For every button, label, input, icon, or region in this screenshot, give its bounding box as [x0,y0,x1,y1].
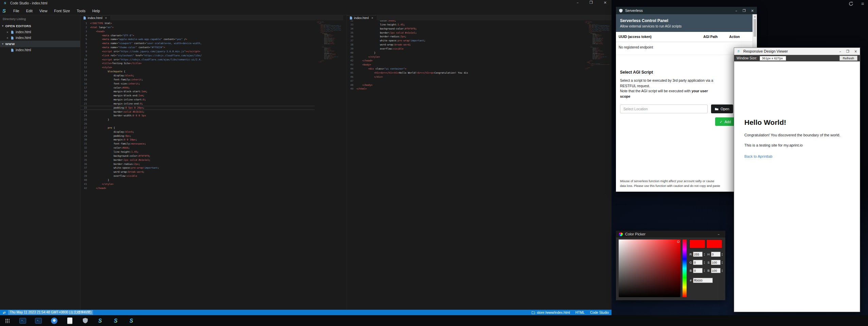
code-line[interactable]: 37 white-space:pre-wrap!important; [81,166,315,170]
code-line[interactable]: 3 <head> [81,30,315,34]
maximize-button[interactable]: ❐ [589,0,593,5]
minimize-button[interactable]: – [736,9,737,13]
sidebar-section-open-editors[interactable]: ▾OPEN EDITORS [0,23,80,29]
code-line[interactable]: 27 pre { [81,126,315,130]
status-filepath[interactable]: store:/www/index.html [532,311,570,314]
code-line[interactable]: 6 <meta name="viewport" content="user-sc… [81,41,315,45]
code-line[interactable]: 22 padding:0 5px 0 20px; [81,106,315,110]
code-line[interactable]: 34 background-color:#f9f9f9; [347,27,583,31]
close-icon[interactable]: × [6,31,9,34]
minimize-button[interactable]: – [577,0,579,5]
tab-close-icon[interactable]: × [105,16,107,20]
code-line[interactable]: 14 display:block; [81,74,315,78]
viewer-titlebar[interactable]: S Responsive Design Viewer – ❐ × [734,48,860,55]
stepper-icons[interactable]: ▲▼ [722,261,723,264]
code-line[interactable]: 13 blockquote { [81,70,315,74]
stepper-icons[interactable]: ▲▼ [722,253,723,256]
code-line[interactable]: 26 [81,122,315,126]
code-line[interactable]: 11 <title>Testing Site</title> [81,61,315,65]
code-line[interactable]: 43 <body> [347,63,583,67]
menu-icon[interactable]: ≡ [860,1,865,6]
code-line[interactable]: 36 border-radius:2px; [81,162,315,166]
serverless-titlebar[interactable]: Serverless – ❐ × [616,7,757,14]
sidebar-section-www[interactable]: ▾WWW [0,41,80,47]
taskbar-icon-shield[interactable] [82,317,89,324]
color-cursor[interactable] [677,241,679,243]
code-line[interactable]: 44 <div class="ui container"> [347,67,583,71]
blue-input[interactable] [693,268,703,273]
sidebar-item-index-html[interactable]: ×index.html [0,35,80,41]
code-line[interactable]: 8 <script src="https://code.jquery.com/j… [81,50,315,54]
taskbar-icon-terminal[interactable]: >_ [19,317,26,324]
code-line[interactable]: 20 margin-inline-start:0; [81,98,315,102]
minimize-button[interactable]: – [718,232,720,236]
close-button[interactable]: × [854,50,857,53]
menu-help[interactable]: Help [89,8,103,14]
tab-index-html[interactable]: index.html × [81,15,110,20]
code-line[interactable]: 25 } [81,118,315,122]
back-link[interactable]: Back to Aprintlab [744,154,773,158]
code-line[interactable]: 35 border:1px solid #e1e1e1; [347,31,583,35]
menu-file[interactable]: File [10,8,22,14]
title-bar[interactable]: S Code Studio - index.html – ❐ × [0,0,612,6]
add-button[interactable]: ✓ Add [715,117,736,126]
code-line[interactable]: 15 font-family:inherit; [81,78,315,82]
code-line[interactable]: 21 margin-inline-end:0; [81,102,315,106]
minimap[interactable]: <!DOCTYPE html><html lang="en"> <head> <… [585,21,609,70]
code-area[interactable]: 1<!DOCTYPE html>2<html lang="en">3 <head… [81,20,343,310]
taskbar-icon-code-studio[interactable]: S [97,317,105,324]
code-line[interactable]: 24 border-width:0 0 0 5px [81,114,315,118]
code-line[interactable]: 2<html lang="en"> [81,25,315,30]
code-line[interactable]: 16 font-size:inherit; [81,82,315,86]
code-line[interactable]: 36 border-radius:2px; [347,35,583,39]
code-line[interactable]: 30 margin:0 0 10px; [81,138,315,142]
tab-index-html[interactable]: index.html × [347,15,376,20]
sidebar-item-index-html[interactable]: index.html [0,47,80,53]
close-button[interactable]: × [604,0,607,5]
saturation-value-field[interactable] [619,239,680,297]
green-input[interactable] [693,260,703,265]
menu-edit[interactable]: Edit [23,8,36,14]
code-line[interactable]: 48 </body> [347,83,583,87]
stepper-icons[interactable]: ▲▼ [722,269,723,272]
color-picker-titlebar[interactable]: Color Picker – [616,231,725,237]
code-line[interactable]: 38 word-wrap:break-word; [81,170,315,174]
code-line[interactable]: 35 border:1px solid #e1e1e1; [81,158,315,162]
code-line[interactable]: 39 overflow:visible [81,174,315,178]
code-line[interactable]: 42 </head> [347,59,583,63]
code-line[interactable]: 19 margin-block-end:1em; [81,94,315,98]
window-size-value[interactable]: 361px x 627px [760,56,786,61]
taskbar-icon-browser[interactable] [50,317,58,324]
tab-close-icon[interactable]: × [371,16,373,20]
code-line[interactable]: 34 background-color:#f9f9f9; [81,154,315,158]
menu-font-size[interactable]: Font Size [51,8,73,14]
brightness-input[interactable] [711,268,721,273]
code-line[interactable]: 33 line-height:1.45; [347,23,583,27]
taskbar-icon-code-studio[interactable]: S [113,317,120,324]
code-line[interactable]: 17 color:#999; [81,86,315,90]
menu-view[interactable]: View [36,8,51,14]
code-line[interactable]: 18 margin-block-start:1em; [81,90,315,94]
code-line[interactable]: 42 </head> [81,186,315,190]
stepper-icons[interactable]: ▲▼ [704,269,705,272]
code-line[interactable]: 32 color:#666; [347,20,583,23]
minimap[interactable]: <!DOCTYPE html><html lang="en"> <head> <… [317,21,341,62]
close-icon[interactable]: × [6,36,9,40]
saturation-input[interactable] [711,260,721,265]
code-line[interactable]: 28 display:block; [81,130,315,134]
code-line[interactable]: 10 <script src="https://cdnjs.cloudflare… [81,58,315,62]
code-line[interactable]: 32 color:#666; [81,146,315,150]
remote-icon[interactable]: ⇄ [3,311,5,314]
code-line[interactable]: 39 overflow:visible [347,47,583,51]
code-line[interactable]: 41 </style> [81,182,315,186]
taskbar-icon-document[interactable] [66,317,73,324]
code-line[interactable]: 46 </div> [347,75,583,79]
red-input[interactable] [693,252,703,257]
taskbar-icon-terminal[interactable]: >_ [35,317,42,324]
refresh-icon[interactable] [848,1,854,6]
stepper-icons[interactable]: ▲▼ [704,253,705,256]
maximize-button[interactable]: ❐ [846,50,849,53]
code-line[interactable]: 29 padding:8px; [81,134,315,138]
taskbar-icon-app-grid[interactable] [3,317,11,324]
code-line[interactable]: 5 <meta name="apple-mobile-web-app-capab… [81,37,315,41]
